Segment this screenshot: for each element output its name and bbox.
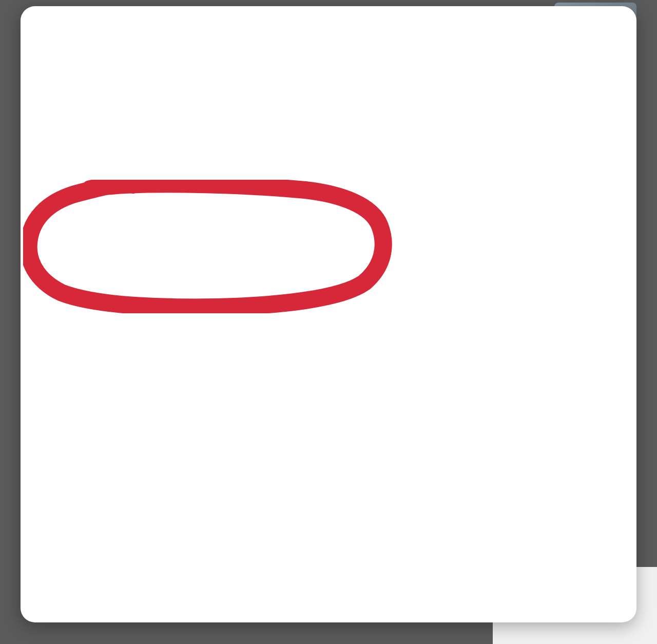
menu-item-apply-localization[interactable] <box>62 163 595 207</box>
menu-item-copy[interactable] <box>62 96 595 140</box>
menu-item-save-downloads[interactable] <box>62 231 595 275</box>
message-context-menu <box>21 6 636 622</box>
menu-item-share[interactable] <box>62 298 595 342</box>
menu-item-forward[interactable] <box>62 365 595 409</box>
